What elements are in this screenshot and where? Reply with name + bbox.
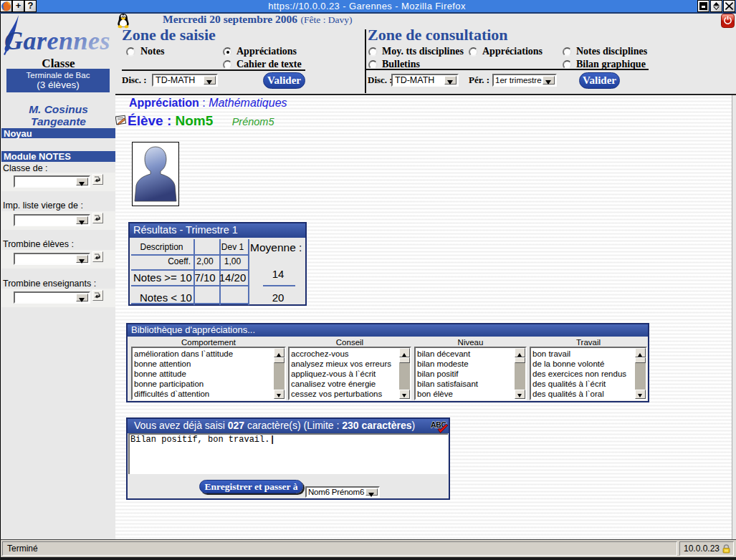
svg-text:Garennes: Garennes — [4, 26, 110, 55]
